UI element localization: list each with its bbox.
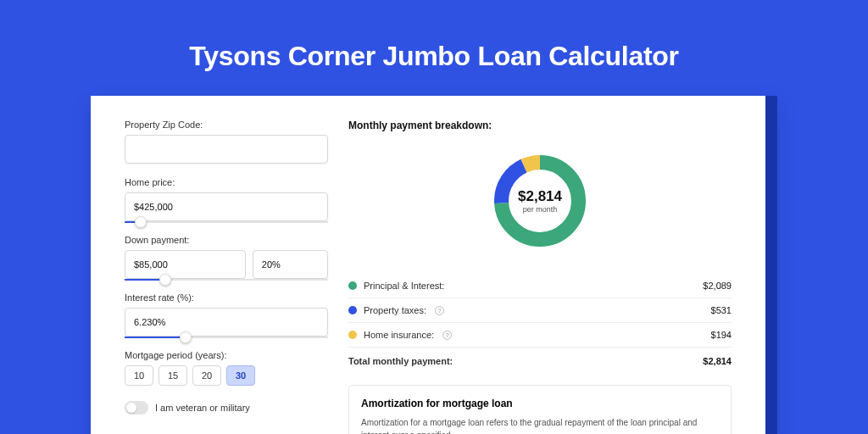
donut-chart: $2,814 per month [489, 150, 591, 252]
dot-principal [348, 281, 357, 290]
period-option-30[interactable]: 30 [226, 365, 255, 386]
legend-row-total: Total monthly payment: $2,814 [348, 348, 732, 373]
home-price-label: Home price: [125, 177, 328, 187]
down-payment-label: Down payment: [125, 235, 328, 245]
legend-label-taxes: Property taxes: [364, 305, 426, 315]
page-title: Tysons Corner Jumbo Loan Calculator [0, 0, 868, 96]
dot-insurance [348, 331, 357, 339]
veteran-toggle-knob [126, 403, 136, 413]
zip-input[interactable] [125, 135, 328, 164]
donut-center: $2,814 per month [489, 150, 591, 252]
period-option-10[interactable]: 10 [125, 365, 153, 386]
down-payment-slider[interactable] [125, 279, 328, 281]
legend-amount-total: $2,814 [703, 356, 732, 366]
info-icon[interactable]: ? [435, 306, 444, 315]
interest-rate-slider[interactable] [125, 337, 328, 338]
veteran-label: I am veteran or military [155, 403, 250, 413]
donut-amount: $2,814 [518, 188, 562, 205]
down-payment-amount-input[interactable] [125, 250, 246, 279]
interest-rate-input[interactable] [125, 308, 328, 337]
mortgage-period-label: Mortgage period (years): [125, 350, 328, 360]
period-option-15[interactable]: 15 [159, 365, 187, 386]
legend-amount-insurance: $194 [711, 330, 732, 340]
interest-rate-slider-thumb[interactable] [180, 331, 192, 343]
period-option-20[interactable]: 20 [192, 365, 221, 386]
legend-label-principal: Principal & Interest: [364, 281, 444, 291]
home-price-slider-thumb[interactable] [135, 216, 147, 228]
amortization-box: Amortization for mortgage loan Amortizat… [348, 385, 732, 434]
down-payment-slider-thumb[interactable] [159, 274, 171, 286]
amortization-title: Amortization for mortgage loan [361, 398, 719, 409]
breakdown-title: Monthly payment breakdown: [348, 120, 732, 131]
breakdown-column: Monthly payment breakdown: $2,814 per mo… [348, 120, 732, 434]
legend-amount-principal: $2,089 [703, 281, 732, 291]
zip-label: Property Zip Code: [125, 120, 328, 130]
calculator-card: Property Zip Code: Home price: Down paym… [91, 96, 765, 434]
mortgage-period-group: 10 15 20 30 [125, 365, 328, 386]
donut-sub: per month [523, 205, 558, 214]
legend-label-insurance: Home insurance: [364, 330, 434, 340]
home-price-input[interactable] [125, 192, 328, 221]
amortization-text: Amortization for a mortgage loan refers … [361, 416, 719, 434]
dot-taxes [348, 306, 357, 314]
down-payment-pct-input[interactable] [253, 250, 328, 279]
interest-rate-label: Interest rate (%): [125, 292, 328, 303]
info-icon[interactable]: ? [442, 331, 452, 340]
card-shadow: Property Zip Code: Home price: Down paym… [91, 96, 777, 434]
inputs-column: Property Zip Code: Home price: Down paym… [125, 120, 328, 434]
legend-row-taxes: Property taxes: ? $531 [348, 298, 732, 323]
legend-row-principal: Principal & Interest: $2,089 [348, 274, 732, 298]
veteran-toggle[interactable] [125, 401, 148, 415]
home-price-slider[interactable] [125, 221, 328, 223]
legend-amount-taxes: $531 [711, 305, 732, 315]
donut-chart-wrap: $2,814 per month [348, 142, 732, 260]
legend-label-total: Total monthly payment: [348, 356, 453, 366]
legend-row-insurance: Home insurance: ? $194 [348, 323, 732, 348]
veteran-row: I am veteran or military [125, 401, 328, 415]
